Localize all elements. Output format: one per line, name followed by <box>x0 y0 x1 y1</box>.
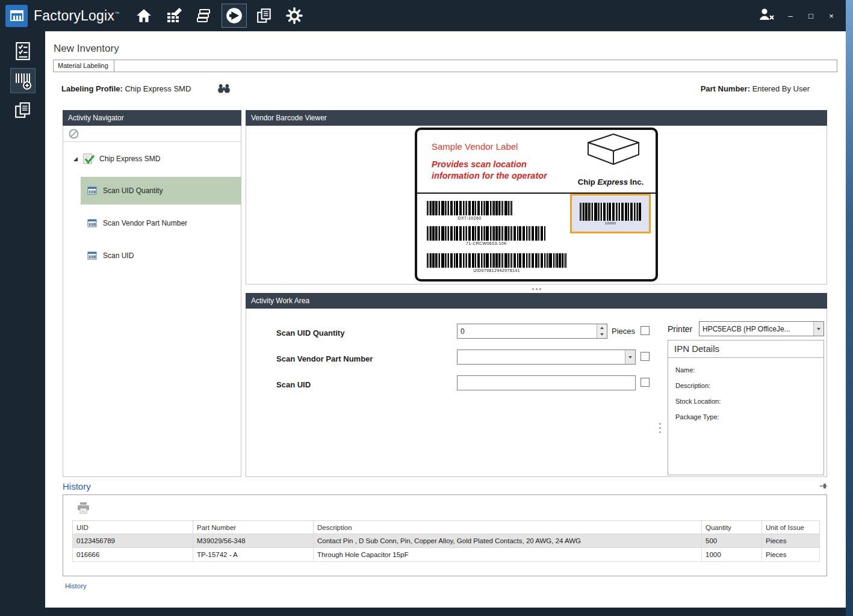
ipn-details-box: IPN Details Name: Description: Stock Loc… <box>668 340 824 475</box>
activity-navigator-panel: Activity Navigator <box>63 110 241 477</box>
barcode-uid: UID079812942978141 <box>427 253 566 273</box>
main-content: New Inventory Material Labeling Labeling… <box>45 31 846 608</box>
scan-uid-checkbox[interactable] <box>641 378 650 387</box>
tabstrip: Material Labeling <box>53 60 837 72</box>
tree-item-label: Scan UID Quantity <box>103 186 163 195</box>
documents-icon[interactable] <box>252 4 277 28</box>
scan-vendor-part-number-label: Scan Vendor Part Number <box>276 354 373 363</box>
activity-tree: Chip Express SMD Scan UID Quantity <box>63 142 241 476</box>
tree-item-scan-uid-quantity[interactable]: Scan UID Quantity <box>81 177 241 205</box>
vertical-splitter[interactable] <box>659 423 661 433</box>
page-title: New Inventory <box>54 43 119 55</box>
materials-icon[interactable] <box>191 4 217 28</box>
cell-description: Through Hole Capacitor 15pF <box>314 548 702 562</box>
cell-quantity: 1000 <box>702 548 762 562</box>
tree-item-scan-uid[interactable]: Scan UID <box>81 242 241 270</box>
stepper-down-button[interactable] <box>597 331 607 339</box>
vendor-barcode-viewer-panel: Vendor Barcode Viewer Sample Vendor Labe… <box>246 110 827 285</box>
right-column: Vendor Barcode Viewer Sample Vendor Labe… <box>246 110 827 477</box>
minimize-button[interactable]: – <box>784 11 796 20</box>
labeling-profile-label: Labeling Profile: <box>61 84 123 93</box>
chevron-down-icon[interactable] <box>813 322 824 336</box>
history-footer-link[interactable]: History <box>65 582 87 590</box>
pieces-suffix: Pieces <box>612 327 635 336</box>
titlebar: FactoryLogix™ <box>0 0 846 31</box>
activity-work-area-body: Scan UID Quantity Pieces Scan Vendor Par… <box>246 309 827 477</box>
tab-material-labeling[interactable]: Material Labeling <box>54 60 114 72</box>
cell-unit: Pieces <box>762 534 820 548</box>
copy-labels-icon[interactable] <box>10 97 36 123</box>
table-row[interactable]: 016666 TP-15742 - A Through Hole Capacit… <box>73 548 820 562</box>
barcode-code: 71-CRCW0603-10K <box>427 241 546 245</box>
printer-select[interactable]: HPC5EACB (HP OfficeJe... <box>699 321 824 336</box>
tree-item-label: Scan UID <box>103 251 134 260</box>
scan-activity-icon <box>87 218 98 228</box>
chip-package-drawing <box>586 132 641 171</box>
tree-root-chip-express-smd[interactable]: Chip Express SMD <box>63 149 241 168</box>
scan-uid-quantity-checkbox[interactable] <box>641 326 650 335</box>
sample-label-note: Provides scan location information for t… <box>432 159 573 182</box>
col-description[interactable]: Description <box>314 521 702 534</box>
col-part-number[interactable]: Part Number <box>193 521 314 534</box>
cell-quantity: 500 <box>702 534 762 548</box>
cell-uid: 0123456789 <box>73 534 193 548</box>
user-logout-icon[interactable] <box>758 7 776 24</box>
col-unit-of-issue[interactable]: Unit of Issue <box>762 521 820 534</box>
history-table: UID Part Number Description Quantity Uni… <box>72 520 820 562</box>
barcode-stripes <box>580 203 641 221</box>
part-number-label: Part Number: <box>701 84 750 93</box>
printer-label: Printer <box>668 324 692 334</box>
home-icon[interactable] <box>131 4 157 28</box>
tree-item-label: Scan Vendor Part Number <box>103 219 187 227</box>
scan-uid-label: Scan UID <box>276 380 311 389</box>
col-uid[interactable]: UID <box>73 521 193 534</box>
left-sidebar <box>0 31 45 616</box>
tree-expand-icon[interactable] <box>73 156 78 162</box>
engineering-forms-icon[interactable] <box>161 4 187 28</box>
ipn-name-label: Name: <box>668 366 824 374</box>
history-title: History <box>63 481 91 491</box>
tree-item-scan-vendor-part-number[interactable]: Scan Vendor Part Number <box>81 209 241 237</box>
scan-vendor-part-number-checkbox[interactable] <box>641 352 650 361</box>
combo-value <box>458 350 625 364</box>
cell-description: Contact Pin , D Sub Conn, Pin, Copper Al… <box>314 534 702 548</box>
scan-uid-input[interactable] <box>457 375 636 390</box>
profile-doc-check-icon <box>82 153 95 165</box>
barcode-code: 10000 <box>605 221 616 225</box>
app-title: FactoryLogix™ <box>34 8 119 24</box>
traveler-checklist-icon[interactable] <box>10 38 36 64</box>
history-box: UID Part Number Description Quantity Uni… <box>63 494 827 576</box>
pin-icon[interactable] <box>819 482 827 490</box>
ipn-stock-location-label: Stock Location: <box>668 398 824 405</box>
tree-root-label: Chip Express SMD <box>99 155 160 163</box>
scan-uid-quantity-input[interactable] <box>457 324 607 339</box>
ipn-description-label: Description: <box>668 382 824 389</box>
history-header: History <box>63 479 827 493</box>
barcode-stripes <box>427 226 546 241</box>
titlebar-nav <box>131 4 307 28</box>
table-row[interactable]: 0123456789 M39029/56-348 Contact Pin , D… <box>73 534 820 548</box>
horizontal-splitter[interactable] <box>246 285 827 293</box>
window-edge-gradient <box>846 0 853 616</box>
stepper-buttons <box>597 324 607 338</box>
close-button[interactable]: × <box>825 11 837 20</box>
col-quantity[interactable]: Quantity <box>702 521 762 534</box>
vendor-barcode-viewer-body: Sample Vendor Label Provides scan locati… <box>246 126 827 285</box>
production-icon[interactable] <box>222 4 247 28</box>
binoculars-search-icon[interactable] <box>217 84 231 93</box>
labeling-profile-value: Chip Express SMD <box>125 84 191 93</box>
profile-row: Labeling Profile: Chip Express SMD <box>61 84 810 93</box>
part-number-value: Entered By User <box>752 84 810 93</box>
scan-activity-icon <box>87 186 98 196</box>
chevron-down-icon[interactable] <box>625 350 635 364</box>
scan-vendor-part-number-combo[interactable] <box>457 350 636 365</box>
stepper-up-button[interactable] <box>597 324 607 331</box>
maximize-button[interactable]: □ <box>805 11 817 20</box>
activity-work-area-header: Activity Work Area <box>246 293 827 309</box>
barcode-dx7: DX7-10260 <box>427 201 512 220</box>
new-inventory-barcode-icon[interactable] <box>10 68 36 93</box>
print-icon[interactable] <box>77 502 90 514</box>
barcode-stripes <box>427 201 512 215</box>
cancel-activity-icon[interactable] <box>69 129 79 139</box>
settings-gear-icon[interactable] <box>282 4 307 28</box>
